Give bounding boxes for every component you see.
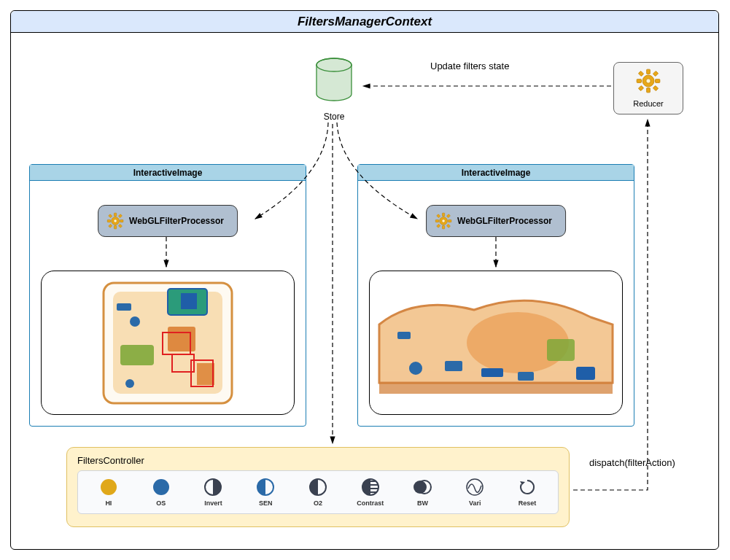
svg-rect-9 (653, 71, 658, 76)
frame-title: FiltersManagerContext (11, 11, 718, 33)
svg-rect-5 (647, 88, 651, 93)
svg-rect-26 (120, 345, 154, 365)
filter-label: Reset (519, 499, 537, 507)
svg-rect-20 (109, 224, 112, 228)
svg-rect-25 (181, 293, 197, 309)
svg-rect-46 (547, 339, 575, 361)
reducer-label: Reducer (614, 99, 683, 108)
svg-point-28 (130, 316, 140, 327)
xray-image-right (369, 271, 623, 415)
filter-label: HI (105, 499, 112, 507)
filters-controller-title: FiltersController (77, 455, 559, 466)
svg-rect-30 (197, 363, 214, 385)
reducer-node: Reducer (613, 62, 683, 114)
filter-vari-button[interactable]: Vari (453, 478, 497, 507)
svg-rect-27 (168, 327, 195, 351)
half-circle-left-icon (308, 478, 327, 497)
svg-rect-19 (118, 214, 122, 218)
filter-os-button[interactable]: OS (139, 478, 183, 507)
interactive-image-title: InteractiveImage (30, 165, 306, 181)
svg-point-3 (646, 79, 651, 83)
svg-rect-21 (118, 224, 122, 228)
svg-rect-6 (637, 79, 641, 83)
svg-point-54 (153, 479, 169, 495)
contrast-striped-icon (361, 478, 380, 497)
webgl-filter-processor-left: WebGLFilterProcessor (98, 205, 238, 237)
svg-rect-48 (445, 361, 462, 371)
filter-label: BW (417, 499, 428, 507)
filters-toolbar: HI OS Invert SEN O2 (77, 470, 559, 514)
interactive-image-title: InteractiveImage (358, 165, 634, 181)
svg-rect-52 (397, 332, 411, 339)
filter-o2-button[interactable]: O2 (296, 478, 340, 507)
xray-image-left (41, 271, 295, 415)
svg-point-13 (114, 219, 117, 222)
svg-rect-17 (120, 219, 123, 222)
processor-label: WebGLFilterProcessor (457, 216, 552, 226)
svg-rect-50 (518, 372, 534, 381)
interactive-image-panel-left: InteractiveImage WebGLFilterProcessor (29, 164, 306, 427)
svg-rect-42 (446, 214, 450, 218)
svg-point-53 (101, 479, 117, 495)
svg-rect-18 (109, 214, 112, 218)
circle-overlap-icon (413, 478, 432, 497)
filter-label: SEN (259, 499, 273, 507)
half-circle-right-icon (203, 478, 222, 497)
filter-reset-button[interactable]: Reset (505, 478, 549, 507)
store-node: Store (308, 58, 360, 122)
filter-hi-button[interactable]: HI (87, 478, 131, 507)
filter-label: Contrast (357, 499, 384, 507)
svg-rect-15 (114, 226, 116, 229)
svg-rect-44 (446, 224, 450, 228)
svg-rect-10 (638, 85, 643, 90)
xray-scan-side-icon (372, 281, 620, 405)
svg-point-47 (409, 362, 422, 375)
svg-rect-51 (576, 367, 595, 380)
circle-solid-blue-icon (152, 478, 171, 497)
svg-rect-8 (638, 71, 643, 76)
filter-label: O2 (314, 499, 322, 507)
gear-icon (434, 211, 453, 230)
svg-rect-11 (653, 85, 658, 90)
filter-label: Vari (469, 499, 481, 507)
filter-sen-button[interactable]: SEN (244, 478, 287, 507)
filters-controller: FiltersController HI OS Invert SEN (66, 447, 570, 527)
svg-rect-37 (442, 213, 444, 216)
svg-point-36 (442, 219, 445, 222)
svg-rect-4 (647, 69, 651, 74)
filter-label: OS (156, 499, 166, 507)
update-filters-state-label: Update filters state (430, 61, 509, 71)
filter-label: Invert (204, 499, 222, 507)
svg-rect-49 (481, 368, 503, 377)
filter-invert-button[interactable]: Invert (191, 478, 235, 507)
svg-point-29 (125, 379, 134, 388)
interactive-image-panel-right: InteractiveImage WebGLFilterProcessor (357, 164, 634, 427)
gear-icon (634, 67, 662, 95)
webgl-filter-processor-right: WebGLFilterProcessor (426, 205, 566, 237)
svg-rect-41 (437, 214, 440, 218)
xray-scan-top-icon (95, 276, 241, 411)
svg-rect-14 (114, 213, 116, 216)
reset-arrow-icon (518, 478, 537, 497)
svg-rect-40 (449, 219, 451, 222)
gear-icon (106, 211, 125, 230)
half-circle-blue-icon (256, 478, 275, 497)
svg-rect-39 (435, 219, 438, 222)
filter-bw-button[interactable]: BW (400, 478, 444, 507)
database-icon (311, 58, 357, 107)
processor-label: WebGLFilterProcessor (129, 216, 224, 226)
dispatch-filter-action-label: dispatch(filterAction) (589, 457, 675, 468)
svg-rect-31 (117, 303, 131, 311)
filter-contrast-button[interactable]: Contrast (349, 478, 392, 507)
svg-rect-38 (442, 226, 444, 229)
store-label: Store (308, 112, 360, 122)
svg-rect-7 (656, 79, 660, 83)
circle-solid-gold-icon (99, 478, 118, 497)
wave-circle-icon (465, 478, 484, 497)
svg-rect-43 (437, 224, 440, 228)
svg-rect-16 (107, 219, 110, 222)
